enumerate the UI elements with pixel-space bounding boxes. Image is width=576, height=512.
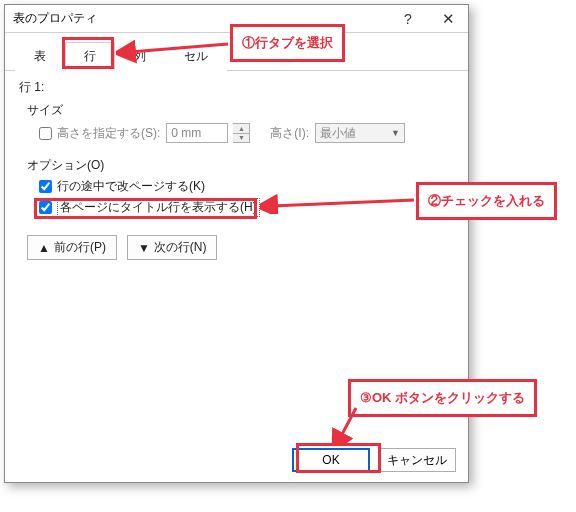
height-value-input[interactable]: 0 mm — [166, 123, 228, 143]
callout-2: ②チェックを入れる — [416, 182, 557, 220]
help-button[interactable]: ? — [388, 5, 428, 33]
tab-column[interactable]: 列 — [115, 42, 165, 71]
callout-3: ③OK ボタンをクリックする — [348, 379, 537, 417]
repeat-header-input[interactable] — [39, 201, 52, 214]
break-across-label: 行の途中で改ページする(K) — [57, 178, 205, 195]
specify-height-checkbox[interactable]: 高さを指定する(S): — [39, 125, 160, 142]
height-rule-value: 最小値 — [320, 125, 356, 142]
break-across-checkbox[interactable]: 行の途中で改ページする(K) — [39, 178, 454, 195]
chevron-down-icon: ▼ — [391, 128, 400, 138]
prev-row-button[interactable]: ▲ 前の行(P) — [27, 235, 117, 260]
tab-row[interactable]: 行 — [65, 42, 115, 71]
tab-cell[interactable]: セル — [165, 42, 227, 71]
next-row-label: 次の行(N) — [154, 239, 207, 256]
row-number-label: 行 1: — [19, 79, 454, 96]
options-section-label: オプション(O) — [27, 157, 454, 174]
height-spinner[interactable]: ▲ ▼ — [233, 123, 250, 143]
break-across-input[interactable] — [39, 180, 52, 193]
size-section-label: サイズ — [27, 102, 454, 119]
repeat-header-label: 各ページにタイトル行を表示する(H) — [57, 198, 260, 217]
specify-height-label: 高さを指定する(S): — [57, 125, 160, 142]
triangle-down-icon: ▼ — [138, 241, 150, 255]
height-rule-combo[interactable]: 最小値 ▼ — [315, 123, 405, 143]
height-is-label: 高さ(I): — [270, 125, 309, 142]
spinner-down-icon[interactable]: ▼ — [233, 134, 249, 143]
close-button[interactable]: ✕ — [428, 5, 468, 33]
prev-row-label: 前の行(P) — [54, 239, 106, 256]
dialog-content: 行 1: サイズ 高さを指定する(S): 0 mm ▲ ▼ 高さ(I): 最小値… — [5, 71, 468, 268]
dialog-footer: OK キャンセル — [292, 448, 456, 472]
row-nav: ▲ 前の行(P) ▼ 次の行(N) — [27, 235, 454, 260]
repeat-header-checkbox[interactable]: 各ページにタイトル行を表示する(H) — [39, 198, 454, 217]
height-row: 高さを指定する(S): 0 mm ▲ ▼ 高さ(I): 最小値 ▼ — [39, 123, 454, 143]
options-block: 行の途中で改ページする(K) 各ページにタイトル行を表示する(H) — [39, 178, 454, 217]
ok-button[interactable]: OK — [292, 448, 370, 472]
next-row-button[interactable]: ▼ 次の行(N) — [127, 235, 218, 260]
triangle-up-icon: ▲ — [38, 241, 50, 255]
tab-table[interactable]: 表 — [15, 42, 65, 71]
specify-height-input[interactable] — [39, 127, 52, 140]
callout-1: ①行タブを選択 — [230, 24, 345, 62]
cancel-button[interactable]: キャンセル — [378, 448, 456, 472]
spinner-up-icon[interactable]: ▲ — [233, 124, 249, 134]
